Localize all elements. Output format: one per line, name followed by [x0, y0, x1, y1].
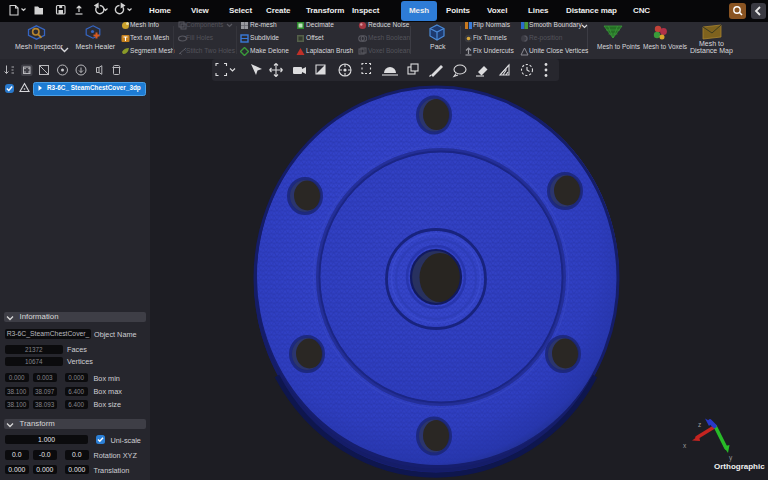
svg-text:x: x [683, 442, 687, 449]
svg-text:Orthographic: Orthographic [714, 462, 765, 471]
svg-text:z: z [698, 421, 701, 428]
